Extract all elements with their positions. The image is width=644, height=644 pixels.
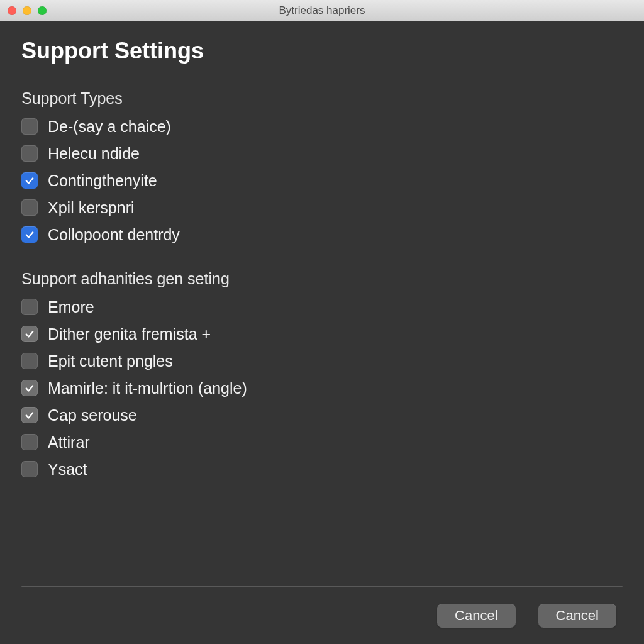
content-area: Support Settings Support TypesDe-(say a … — [0, 21, 644, 644]
section-title: Support Types — [21, 89, 623, 108]
sections: Support TypesDe-(say a chaice)Helecu ndi… — [21, 89, 623, 482]
option-label: De-(say a chaice) — [48, 114, 171, 139]
option-label: Helecu ndide — [48, 141, 140, 166]
option-row[interactable]: Collopoont dentrdy — [21, 222, 623, 247]
window-controls — [8, 6, 47, 15]
section: Support TypesDe-(say a chaice)Helecu ndi… — [21, 89, 623, 247]
checked-checkbox-icon[interactable] — [21, 380, 38, 396]
option-label: Attirar — [48, 430, 90, 455]
option-row[interactable]: Ysact — [21, 457, 623, 482]
window-title: Bytriedas hapriers — [0, 4, 644, 17]
separator — [21, 586, 623, 587]
option-row[interactable]: Mamirle: it it-mulrtion (angle) — [21, 375, 623, 401]
option-label: Epit cutent pngles — [48, 348, 173, 374]
option-row[interactable]: Dither genita fremista + — [21, 321, 623, 347]
button-row: Cancel Cancel — [21, 604, 623, 628]
option-row[interactable]: Helecu ndide — [21, 141, 623, 166]
option-row[interactable]: Xpil kerspnri — [21, 195, 623, 220]
close-icon[interactable] — [8, 6, 16, 15]
minimize-icon[interactable] — [23, 6, 31, 15]
option-label: Ysact — [48, 457, 87, 482]
section-title: Support adhanities gen seting — [21, 270, 623, 288]
checked-checkbox-icon[interactable] — [21, 407, 38, 423]
section: Support adhanities gen setingEmoreDither… — [21, 270, 623, 482]
checked-checkbox-icon[interactable] — [21, 326, 38, 342]
unchecked-checkbox-icon[interactable] — [21, 434, 38, 450]
unchecked-checkbox-icon[interactable] — [21, 353, 38, 369]
option-row[interactable]: De-(say a chaice) — [21, 114, 623, 139]
option-label: Cap serouse — [48, 402, 137, 428]
option-label: Emore — [48, 294, 94, 319]
cancel-button-2[interactable]: Cancel — [538, 604, 616, 628]
option-label: Dither genita fremista + — [48, 321, 211, 347]
titlebar: Bytriedas hapriers — [0, 0, 644, 21]
checked-checkbox-icon[interactable] — [21, 226, 38, 243]
unchecked-checkbox-icon[interactable] — [21, 299, 38, 315]
option-label: Mamirle: it it-mulrtion (angle) — [48, 375, 247, 401]
zoom-icon[interactable] — [38, 6, 47, 15]
checked-checkbox-icon[interactable] — [21, 172, 38, 189]
option-label: Collopoont dentrdy — [48, 222, 180, 247]
unchecked-checkbox-icon[interactable] — [21, 118, 38, 135]
option-label: Contingthenyite — [48, 168, 157, 193]
option-label: Xpil kerspnri — [48, 195, 135, 220]
unchecked-checkbox-icon[interactable] — [21, 145, 38, 162]
option-row[interactable]: Attirar — [21, 430, 623, 455]
option-row[interactable]: Emore — [21, 294, 623, 319]
unchecked-checkbox-icon[interactable] — [21, 199, 38, 216]
unchecked-checkbox-icon[interactable] — [21, 461, 38, 477]
page-title: Support Settings — [21, 38, 623, 64]
cancel-button[interactable]: Cancel — [437, 604, 515, 628]
option-row[interactable]: Contingthenyite — [21, 168, 623, 193]
option-row[interactable]: Epit cutent pngles — [21, 348, 623, 374]
footer: Cancel Cancel — [21, 586, 623, 628]
option-row[interactable]: Cap serouse — [21, 402, 623, 428]
